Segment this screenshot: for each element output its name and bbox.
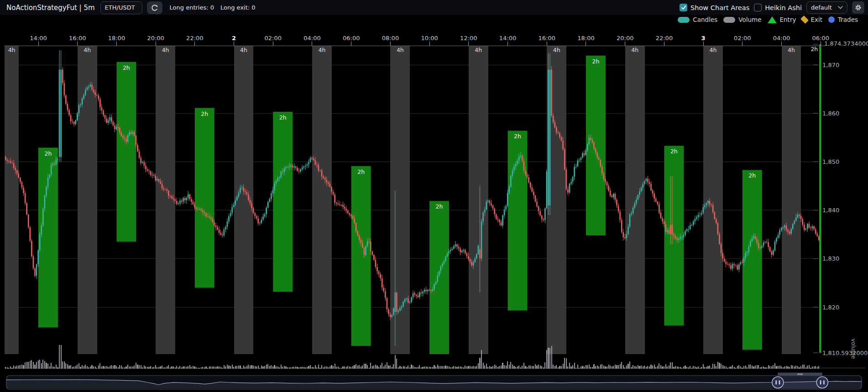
chart-legend: Candles Volume Entry Exit Trades (678, 15, 858, 24)
pause-bars-icon (775, 381, 777, 385)
grip-dots-icon (798, 374, 799, 375)
svg-text:2h: 2h (748, 172, 756, 179)
svg-text:1,820: 1,820 (822, 304, 839, 311)
legend-label: Exit (810, 16, 822, 23)
svg-text:22:00: 22:00 (186, 35, 203, 42)
svg-text:2h: 2h (44, 150, 52, 157)
navigator-handle-left[interactable] (772, 377, 784, 388)
svg-text:4h: 4h (788, 47, 795, 53)
trades-circle-icon (828, 16, 835, 23)
svg-text:4h: 4h (162, 47, 169, 53)
volume-series (5, 345, 819, 369)
price-min-label: 1,810.593200000 (822, 350, 868, 356)
svg-text:20:00: 20:00 (617, 35, 633, 42)
svg-text:2h: 2h (670, 148, 678, 155)
checkbox-checked-icon (680, 4, 687, 11)
svg-text:1,860: 1,860 (822, 110, 839, 117)
legend-item-exit[interactable]: Exit (802, 16, 822, 23)
legend-label: Trades (838, 16, 858, 23)
gear-icon (855, 4, 862, 11)
volume-axis-label: volume (850, 339, 857, 359)
svg-text:4h: 4h (553, 47, 560, 53)
svg-text:1,830: 1,830 (822, 255, 839, 262)
heikin-ashi-checkbox[interactable]: Heikin Ashi (754, 4, 802, 11)
svg-text:1,850: 1,850 (822, 158, 839, 165)
legend-label: Candles (693, 16, 717, 23)
refresh-icon (151, 4, 158, 11)
svg-text:12:00: 12:00 (460, 35, 477, 42)
refresh-button[interactable] (147, 1, 162, 14)
pair-select[interactable]: ETH/USDT (100, 1, 142, 14)
settings-button[interactable] (852, 1, 864, 14)
navigator[interactable] (6, 373, 862, 390)
legend-item-candles[interactable]: Candles (678, 16, 717, 23)
candles-swatch-icon (678, 17, 690, 23)
svg-text:2h: 2h (592, 58, 599, 65)
svg-text:4h: 4h (475, 47, 482, 53)
legend-label: Volume (738, 16, 761, 23)
svg-text:1,840: 1,840 (822, 207, 839, 214)
svg-text:16:00: 16:00 (539, 35, 555, 42)
svg-text:04:00: 04:00 (303, 35, 320, 42)
svg-text:4h: 4h (397, 47, 404, 53)
plot-config-select[interactable]: default (806, 1, 847, 14)
pause-bars-icon (779, 381, 780, 385)
pair-select-value: ETH/USDT (105, 4, 135, 11)
current-area-line (819, 44, 821, 353)
svg-text:2h: 2h (357, 168, 365, 175)
svg-text:4h: 4h (84, 47, 91, 53)
svg-text:04:00: 04:00 (773, 35, 790, 42)
legend-item-volume[interactable]: Volume (723, 16, 761, 23)
svg-text:14:00: 14:00 (30, 35, 47, 42)
heikin-ashi-label: Heikin Ashi (765, 4, 802, 11)
svg-text:4h: 4h (631, 47, 638, 53)
svg-text:08:00: 08:00 (382, 35, 399, 42)
svg-text:10:00: 10:00 (421, 35, 438, 42)
svg-text:18:00: 18:00 (577, 35, 594, 42)
svg-text:16:00: 16:00 (69, 35, 86, 42)
svg-text:20:00: 20:00 (147, 35, 164, 42)
plot-config-value: default (811, 4, 832, 11)
chevron-down-icon (838, 6, 843, 9)
page-title: NoActionStrategyFut | 5m (6, 4, 95, 12)
price-axis: 1,8701,8601,8501,8401,8301,8201,874.3734… (813, 40, 868, 359)
strategy-stats: Long entries: 0 Long exit: 0 (170, 4, 256, 11)
svg-text:4h: 4h (8, 47, 16, 53)
svg-text:22:00: 22:00 (656, 35, 673, 42)
session-band-labels: 4h4h4h4h4h4h4h4h4h4h4h (8, 47, 795, 53)
svg-text:06:00: 06:00 (343, 35, 360, 42)
svg-text:4h: 4h (240, 47, 247, 53)
current-area-label: 2h (810, 46, 818, 52)
svg-text:2h: 2h (514, 133, 521, 140)
show-chart-areas-checkbox[interactable]: Show Chart Areas (680, 4, 749, 11)
checkbox-unchecked-icon (754, 4, 762, 11)
entry-triangle-icon (768, 16, 777, 23)
svg-text:3: 3 (701, 35, 706, 42)
volume-swatch-icon (723, 17, 735, 23)
legend-item-trades[interactable]: Trades (828, 16, 858, 23)
long-entries-stat: Long entries: 0 (170, 4, 214, 11)
grip-dots-icon (801, 374, 802, 375)
navigator-handle-right[interactable] (816, 377, 828, 388)
navigator-selection[interactable] (778, 376, 822, 389)
grip-dots-icon (800, 374, 800, 375)
svg-text:4h: 4h (710, 47, 717, 53)
legend-label: Entry (780, 16, 796, 23)
svg-text:1,870: 1,870 (822, 62, 839, 68)
svg-text:02:00: 02:00 (265, 35, 282, 42)
time-axis: 14:0016:0018:0020:0022:00202:0004:0006:0… (5, 35, 829, 46)
svg-text:2h: 2h (436, 203, 443, 210)
pause-bars-icon (823, 381, 825, 385)
svg-text:2h: 2h (279, 114, 287, 121)
exit-diamond-icon (800, 16, 809, 24)
price-chart[interactable]: 4h4h4h4h4h4h4h4h4h4h4h2h2h2h2h2h2h2h2h2h… (0, 0, 868, 392)
long-exit-stat: Long exit: 0 (220, 4, 256, 11)
svg-text:02:00: 02:00 (734, 35, 751, 42)
legend-item-entry[interactable]: Entry (768, 16, 796, 23)
svg-text:14:00: 14:00 (499, 35, 516, 42)
header-bar: NoActionStrategyFut | 5m ETH/USDT Long e… (0, 0, 868, 15)
svg-text:2h: 2h (201, 110, 208, 117)
svg-text:2: 2 (232, 35, 236, 42)
svg-text:2h: 2h (123, 64, 130, 71)
svg-text:18:00: 18:00 (108, 35, 125, 42)
